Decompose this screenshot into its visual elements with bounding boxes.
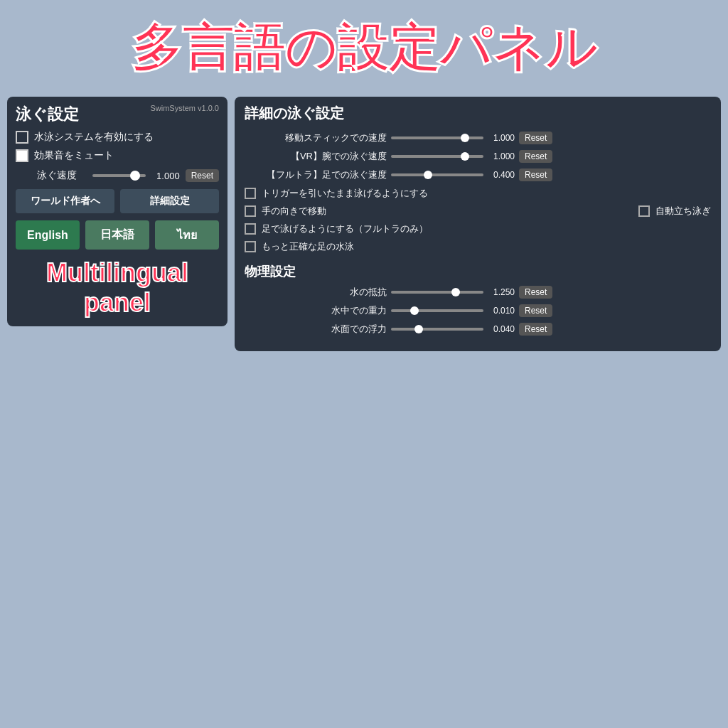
physics-reset-1[interactable]: Reset [519,304,552,317]
mute-sound-label: 効果音をミュート [34,149,114,162]
physics-slider-thumb-1 [410,306,419,315]
version-label: SwimSystem v1.0.0 [150,104,219,112]
swim-system-checkbox[interactable] [16,131,28,144]
detail-slider-value-0: 1.000 [488,133,515,143]
detail-slider-track-1[interactable] [391,155,483,158]
physics-title: 物理設定 [245,263,711,280]
detail-settings-button[interactable]: 詳細設定 [120,189,219,213]
swim-speed-value: 1.000 [151,171,180,181]
detail-checkbox-0: トリガーを引いたまま泳げるようにする [245,187,711,200]
physics-slider-thumb-0 [451,288,460,296]
detail-cb-box-1[interactable] [245,205,256,217]
physics-slider-track-1[interactable] [391,309,483,312]
multilingual-label: Multilingual panel [16,258,219,318]
physics-slider-label-0: 水の抵抗 [245,286,387,299]
page-title: 多言語の設定パネル [0,0,728,90]
physics-slider-value-1: 0.010 [488,306,515,316]
detail-slider-label-0: 移動スティックでの速度 [245,132,387,144]
detail-reset-0[interactable]: Reset [519,132,552,144]
detail-checkbox-2: 足で泳げるようにする（フルトラのみ） [245,223,711,235]
detail-cb-label-1b: 自動立ち泳ぎ [655,205,711,218]
swim-speed-reset[interactable]: Reset [186,169,219,182]
detail-reset-2[interactable]: Reset [519,168,552,181]
detail-slider-row-0: 移動スティックでの速度 1.000 Reset [245,132,711,144]
left-panel-title: 泳ぐ設定 [16,104,79,125]
detail-cb-box-1b[interactable] [638,205,650,217]
swim-speed-thumb [130,171,140,181]
left-panel: 泳ぐ設定 SwimSystem v1.0.0 水泳システムを有効にする 効果音を… [7,97,228,326]
detail-slider-thumb-0 [461,134,469,142]
detail-slider-label-1: 【VR】腕での泳ぐ速度 [245,150,387,163]
world-author-button[interactable]: ワールド作者へ [16,189,114,213]
lang-japanese-button[interactable]: 日本語 [85,220,149,250]
physics-slider-track-0[interactable] [391,291,483,294]
detail-cb-label-1: 手の向きで移動 [262,205,326,218]
physics-slider-row-1: 水中での重力 0.010 Reset [245,304,711,317]
detail-checkbox-1: 手の向きで移動 自動立ち泳ぎ [245,205,711,218]
detail-cb-box-0[interactable] [245,188,256,199]
detail-cb-box-2[interactable] [245,223,256,235]
physics-slider-value-0: 1.250 [488,287,515,297]
physics-slider-row-0: 水の抵抗 1.250 Reset [245,286,711,299]
detail-slider-thumb-2 [424,171,432,179]
right-panel: 詳細の泳ぐ設定 移動スティックでの速度 1.000 Reset 【VR】腕での泳… [235,97,721,351]
detail-checkbox-3: もっと正確な足の水泳 [245,240,711,253]
detail-reset-1[interactable]: Reset [519,150,552,163]
right-panel-title: 詳細の泳ぐ設定 [245,104,711,123]
lang-thai-button[interactable]: ไทย [155,220,219,250]
lang-english-button[interactable]: English [16,220,80,250]
detail-cb-label-0: トリガーを引いたまま泳げるようにする [262,187,428,200]
detail-slider-value-1: 1.000 [488,151,515,161]
physics-slider-thumb-2 [414,325,423,333]
physics-slider-row-2: 水面での浮力 0.040 Reset [245,323,711,336]
detail-slider-track-0[interactable] [391,136,483,139]
physics-slider-label-1: 水中での重力 [245,304,387,317]
detail-cb-box-3[interactable] [245,241,256,252]
detail-cb-label-2: 足で泳げるようにする（フルトラのみ） [262,223,428,235]
mute-sound-checkbox[interactable] [16,149,28,162]
swim-speed-track[interactable] [92,174,146,177]
physics-slider-label-2: 水面での浮力 [245,323,387,336]
physics-reset-2[interactable]: Reset [519,323,552,336]
detail-slider-thumb-1 [461,152,469,161]
physics-slider-value-2: 0.040 [488,324,515,334]
detail-cb-label-3: もっと正確な足の水泳 [262,240,354,253]
physics-reset-0[interactable]: Reset [519,286,552,299]
physics-slider-track-2[interactable] [391,328,483,331]
detail-slider-value-2: 0.400 [488,170,515,180]
swim-system-label: 水泳システムを有効にする [34,131,154,144]
detail-slider-label-2: 【フルトラ】足での泳ぐ速度 [245,168,387,181]
detail-slider-row-1: 【VR】腕での泳ぐ速度 1.000 Reset [245,150,711,163]
detail-slider-row-2: 【フルトラ】足での泳ぐ速度 0.400 Reset [245,168,711,181]
swim-speed-label: 泳ぐ速度 [37,169,87,182]
detail-slider-track-2[interactable] [391,173,483,176]
